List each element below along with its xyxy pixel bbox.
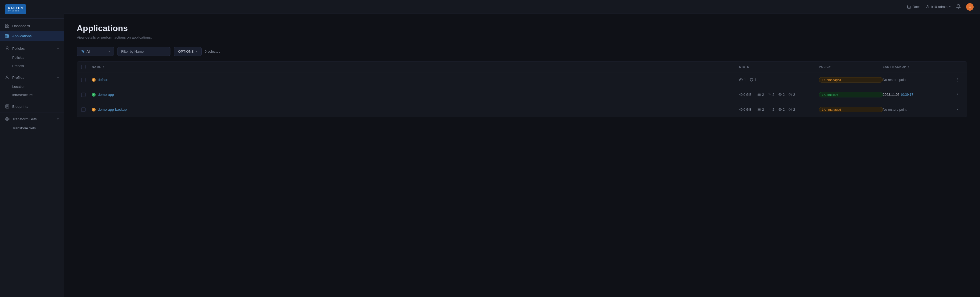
- sidebar-sub-label-location: Location: [12, 85, 25, 89]
- svg-rect-32: [757, 95, 760, 95]
- page-title: Applications: [77, 24, 967, 33]
- sidebar-item-transform-sets[interactable]: Transform Sets: [0, 124, 64, 132]
- copy-icon: [768, 93, 771, 96]
- svg-point-11: [7, 37, 8, 38]
- stat-copy-3: 2: [768, 108, 775, 111]
- table-row[interactable]: default 1 1: [77, 72, 967, 87]
- stat-clock-3: 2: [789, 108, 795, 111]
- options-label: OPTIONS: [178, 49, 194, 54]
- policy-badge-demo-app: 1 Compliant: [819, 92, 883, 97]
- svg-rect-1: [8, 24, 9, 25]
- table-row[interactable]: demo-app-backup 40.0 GiB 2: [77, 102, 967, 117]
- user-icon: [926, 5, 930, 9]
- row-checkbox-demo-app-backup[interactable]: [81, 108, 86, 112]
- sidebar-sub-label-policies: Policies: [12, 56, 24, 60]
- sidebar-item-policies[interactable]: Policies: [0, 54, 64, 62]
- bell-icon: [956, 4, 961, 9]
- clock-icon-3: [789, 108, 792, 111]
- blueprints-icon: [5, 104, 10, 109]
- shield-icon: [749, 78, 753, 82]
- sidebar-item-applications[interactable]: Applications: [0, 31, 64, 41]
- storage-icon-3: [757, 108, 761, 111]
- docs-link[interactable]: Docs: [907, 5, 921, 9]
- svg-point-9: [8, 35, 9, 37]
- row-menu-default[interactable]: ⋮: [952, 76, 963, 83]
- col-header-last-backup: LAST BACKUP ▼: [883, 65, 952, 68]
- svg-rect-0: [5, 24, 7, 25]
- apps-icon: [5, 33, 10, 38]
- eye-icon-2: [778, 93, 781, 96]
- logo-text-bottom: by Veeam: [8, 10, 23, 12]
- stat-copy: 2: [768, 93, 775, 97]
- filter-all-button[interactable]: All ▾: [77, 47, 114, 56]
- svg-rect-31: [757, 94, 760, 94]
- col-header-name: NAME ▼: [92, 65, 739, 68]
- main-area: Docs k10-admin ▾ 1 Applications View det…: [64, 0, 980, 297]
- sidebar-label-policies: Policies: [12, 46, 25, 51]
- sidebar-label-applications: Applications: [12, 34, 32, 38]
- row-menu-demo-app[interactable]: ⋮: [952, 91, 963, 98]
- svg-point-34: [779, 94, 780, 95]
- sidebar-item-profiles-header[interactable]: Profiles ▾: [0, 72, 64, 83]
- sidebar-item-presets[interactable]: Presets: [0, 62, 64, 70]
- policies-icon: [5, 46, 10, 51]
- sidebar-item-transform-sets-header[interactable]: Transform Sets ▾: [0, 114, 64, 124]
- svg-point-6: [8, 34, 9, 35]
- sidebar-item-infrastructure[interactable]: Infrastructure: [0, 91, 64, 99]
- select-all-checkbox[interactable]: [81, 65, 86, 69]
- last-backup-default: No restore point: [883, 78, 952, 82]
- stat-eye-2: 2: [778, 93, 785, 97]
- row-checkbox-demo-app[interactable]: [81, 93, 86, 97]
- sidebar-item-policies-header[interactable]: Policies ▾: [0, 43, 64, 54]
- chevron-down-icon-profiles: ▾: [57, 76, 59, 79]
- policy-badge-default: 1 Unmanaged: [819, 77, 883, 83]
- eye-icon: [739, 78, 743, 82]
- user-menu[interactable]: k10-admin ▾: [926, 5, 951, 9]
- svg-point-24: [82, 50, 83, 51]
- svg-rect-38: [769, 109, 771, 111]
- logo-area: KASTEN by Veeam: [0, 0, 64, 19]
- sidebar-sub-label-presets: Presets: [12, 64, 24, 68]
- sidebar-sub-label-infrastructure: Infrastructure: [12, 93, 33, 97]
- svg-rect-36: [757, 109, 760, 110]
- row-name-demo-app: demo-app: [92, 93, 739, 97]
- sidebar-item-blueprints[interactable]: Blueprints: [0, 102, 64, 111]
- svg-point-7: [6, 35, 7, 37]
- options-button[interactable]: OPTIONS ▾: [173, 47, 202, 56]
- row-stats-demo-app-backup: 40.0 GiB 2 2: [739, 108, 819, 111]
- topbar: Docs k10-admin ▾ 1: [64, 0, 980, 14]
- page-content: Applications View details or perform act…: [64, 14, 980, 297]
- sort-icon-backup: ▼: [907, 65, 910, 68]
- storage-icon: [757, 93, 761, 96]
- policy-badge-demo-app-backup: 1 Unmanaged: [819, 107, 883, 112]
- sidebar-item-dashboard[interactable]: Dashboard: [0, 21, 64, 31]
- filter-icon: [81, 49, 85, 54]
- sidebar-item-location[interactable]: Location: [0, 83, 64, 91]
- status-warning-icon-demo-app-backup: [92, 108, 95, 111]
- stat-eye: 1: [739, 78, 746, 82]
- sidebar-label-blueprints: Blueprints: [12, 105, 28, 109]
- last-backup-demo-app-backup: No restore point: [883, 108, 952, 111]
- table-row[interactable]: demo-app 40.0 GiB 2: [77, 87, 967, 102]
- row-checkbox-default[interactable]: [81, 78, 86, 82]
- search-input[interactable]: [117, 47, 170, 56]
- selected-count: 0 selected: [205, 49, 221, 54]
- logo: KASTEN by Veeam: [5, 4, 26, 14]
- notification-bell[interactable]: [956, 4, 961, 10]
- nav-divider-4: [0, 113, 64, 113]
- col-header-stats: STATS: [739, 65, 819, 68]
- svg-point-25: [83, 51, 84, 52]
- applications-table: NAME ▼ STATS POLICY LAST BACKUP ▼: [77, 61, 967, 117]
- svg-rect-2: [5, 26, 7, 28]
- sidebar-label-profiles: Profiles: [12, 76, 24, 79]
- svg-point-39: [779, 109, 780, 110]
- svg-rect-33: [769, 94, 771, 96]
- row-menu-demo-app-backup[interactable]: ⋮: [952, 106, 963, 113]
- svg-point-23: [927, 6, 928, 7]
- svg-point-4: [6, 34, 7, 35]
- avatar[interactable]: 1: [966, 3, 974, 11]
- svg-point-13: [6, 46, 8, 49]
- col-header-policy: POLICY: [819, 65, 883, 68]
- stat-clock: 2: [789, 93, 795, 97]
- user-label: k10-admin: [931, 5, 948, 9]
